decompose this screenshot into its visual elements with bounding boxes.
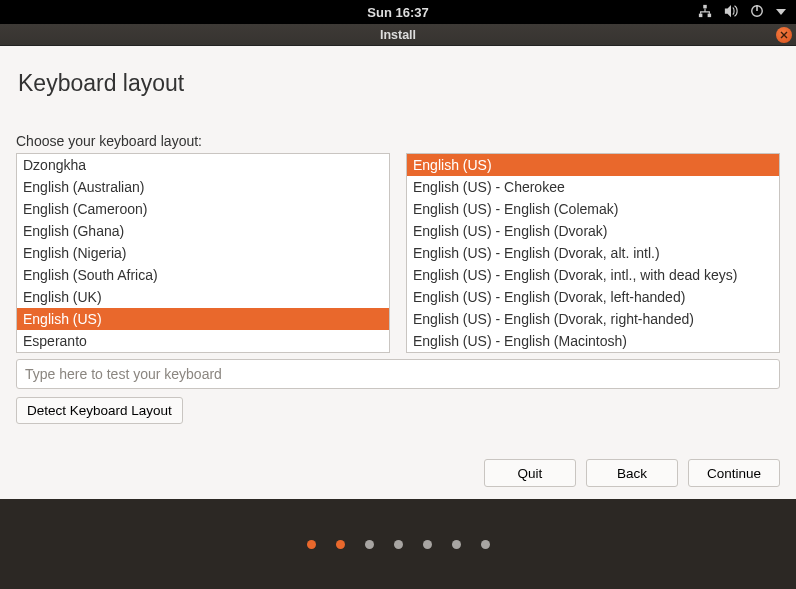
- progress-dot[interactable]: [452, 540, 461, 549]
- language-item[interactable]: English (US): [17, 308, 389, 330]
- quit-button[interactable]: Quit: [484, 459, 576, 487]
- language-item[interactable]: English (South Africa): [17, 264, 389, 286]
- svg-rect-0: [703, 4, 707, 8]
- variant-listbox[interactable]: English (US)English (US) - CherokeeEngli…: [406, 153, 780, 353]
- variant-item[interactable]: English (US) - English (Dvorak, intl., w…: [407, 264, 779, 286]
- nav-buttons: Quit Back Continue: [484, 459, 780, 487]
- window-title: Install: [380, 28, 416, 42]
- progress-dot[interactable]: [423, 540, 432, 549]
- gnome-topbar: Sun 16:37: [0, 0, 796, 24]
- language-item[interactable]: English (Ghana): [17, 220, 389, 242]
- variant-item[interactable]: English (US) - English (Dvorak, left-han…: [407, 286, 779, 308]
- svg-rect-1: [699, 13, 703, 17]
- back-button[interactable]: Back: [586, 459, 678, 487]
- variant-item[interactable]: English (US) - English (Dvorak, alt. int…: [407, 242, 779, 264]
- variant-item[interactable]: English (US) - English (Macintosh): [407, 330, 779, 352]
- variant-item[interactable]: English (US) - English (Dvorak): [407, 220, 779, 242]
- svg-rect-2: [708, 13, 712, 17]
- svg-marker-3: [725, 4, 731, 16]
- variant-item[interactable]: English (US) - English (Dvorak, right-ha…: [407, 308, 779, 330]
- page-title: Keyboard layout: [18, 70, 780, 97]
- language-item[interactable]: Dzongkha: [17, 154, 389, 176]
- network-icon[interactable]: [698, 4, 712, 21]
- progress-dot[interactable]: [336, 540, 345, 549]
- choose-label: Choose your keyboard layout:: [16, 133, 780, 149]
- language-item[interactable]: English (UK): [17, 286, 389, 308]
- keyboard-test-input[interactable]: [16, 359, 780, 389]
- progress-dot[interactable]: [481, 540, 490, 549]
- continue-button[interactable]: Continue: [688, 459, 780, 487]
- detect-layout-button[interactable]: Detect Keyboard Layout: [16, 397, 183, 424]
- layout-lists: DzongkhaEnglish (Australian)English (Cam…: [16, 153, 780, 353]
- svg-marker-6: [776, 9, 786, 15]
- variant-item[interactable]: English (US): [407, 154, 779, 176]
- system-tray: [698, 0, 786, 24]
- progress-dot[interactable]: [307, 540, 316, 549]
- language-item[interactable]: English (Cameroon): [17, 198, 389, 220]
- language-listbox[interactable]: DzongkhaEnglish (Australian)English (Cam…: [16, 153, 390, 353]
- language-item[interactable]: English (Australian): [17, 176, 389, 198]
- progress-dots: [0, 499, 796, 589]
- variant-item[interactable]: English (US) - English (Colemak): [407, 198, 779, 220]
- progress-dot[interactable]: [394, 540, 403, 549]
- clock: Sun 16:37: [367, 5, 428, 20]
- progress-dot[interactable]: [365, 540, 374, 549]
- close-icon: [780, 31, 788, 39]
- language-item[interactable]: English (Nigeria): [17, 242, 389, 264]
- volume-icon[interactable]: [724, 4, 738, 21]
- installer-window: Keyboard layout Choose your keyboard lay…: [0, 46, 796, 499]
- close-button[interactable]: [776, 27, 792, 43]
- language-item[interactable]: Esperanto: [17, 330, 389, 352]
- variant-item[interactable]: English (US) - Cherokee: [407, 176, 779, 198]
- chevron-down-icon[interactable]: [776, 5, 786, 20]
- power-icon[interactable]: [750, 4, 764, 21]
- window-titlebar: Install: [0, 24, 796, 46]
